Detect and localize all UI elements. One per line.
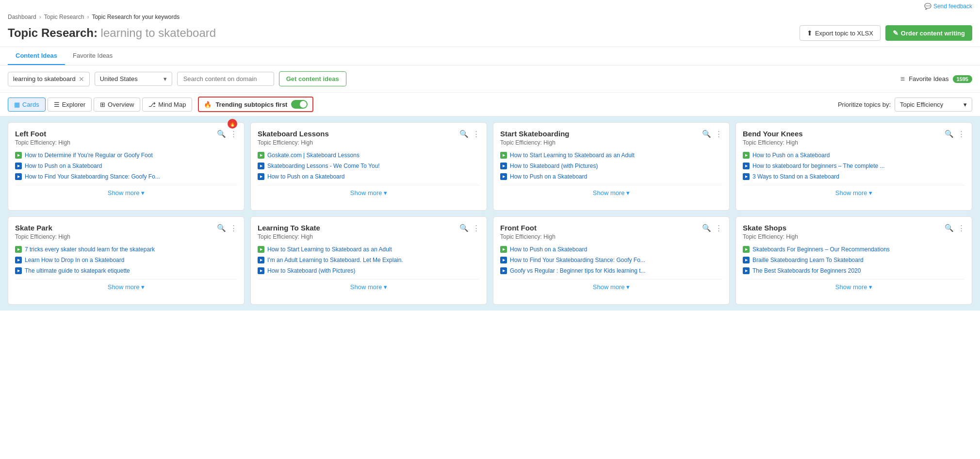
page-title-keyword: learning to skateboard	[98, 26, 216, 39]
blue-link-icon: ▶	[743, 173, 750, 180]
favorite-ideas-btn[interactable]: ≡ Favorite Ideas 1595	[900, 75, 972, 83]
link-text: Learn How to Drop In on a Skateboard	[25, 257, 124, 263]
card-link-item[interactable]: ▶ How to Skateboard (with Pictures)	[500, 163, 722, 169]
card-link-item[interactable]: ▶ How to Push on a Skateboard	[500, 246, 722, 253]
card-link-item[interactable]: ▶ How to Push on a Skateboard	[500, 173, 722, 180]
breadcrumb-dashboard[interactable]: Dashboard	[8, 14, 36, 20]
show-more-btn[interactable]: Show more ▾	[258, 279, 480, 291]
show-more-btn[interactable]: Show more ▾	[15, 185, 237, 197]
send-feedback-link[interactable]: 💬 Send feedback	[924, 3, 972, 10]
view-mindmap-button[interactable]: ⎇ Mind Map	[142, 98, 192, 112]
country-select[interactable]: United States ▾	[95, 72, 172, 86]
blue-link-icon: ▶	[258, 267, 264, 274]
card-link-item[interactable]: ▶ How to Skateboard (with Pictures)	[258, 267, 480, 274]
link-text: 7 tricks every skater should learn for t…	[25, 246, 155, 253]
show-more-btn[interactable]: Show more ▾	[743, 279, 965, 291]
card-link-item[interactable]: ▶ How to Start Learning to Skateboard as…	[500, 152, 722, 159]
card-link-item[interactable]: ▶ The ultimate guide to skatepark etique…	[15, 267, 237, 274]
favorite-count-badge: 1595	[953, 75, 972, 83]
show-more-btn[interactable]: Show more ▾	[500, 279, 722, 291]
prioritize-select[interactable]: Topic Efficiency ▾	[895, 98, 972, 112]
card-link-item[interactable]: ▶ How to Find Your Skateboarding Stance:…	[500, 257, 722, 263]
tab-favorite-ideas[interactable]: Favorite Ideas	[65, 47, 120, 65]
link-text: Goofy vs Regular : Beginner tips for Kid…	[510, 267, 645, 274]
order-writing-button[interactable]: ✎ Order content writing	[885, 25, 972, 41]
green-link-icon: ▶	[500, 246, 507, 253]
card-title: Skate Park	[15, 224, 217, 232]
link-text: How to Find Your Skateboarding Stance: G…	[25, 173, 160, 180]
card-link-item[interactable]: ▶ How to skateboard for beginners – The …	[743, 163, 965, 169]
card-link-item[interactable]: ▶ How to Push on a Skateboard	[15, 163, 237, 169]
more-icon[interactable]: ⋮	[230, 224, 237, 232]
card-link-item[interactable]: ▶ Braille Skateboarding Learn To Skatebo…	[743, 257, 965, 263]
card-link-item[interactable]: ▶ How to Push on a Skateboard	[258, 173, 480, 180]
search-icon[interactable]: 🔍	[217, 130, 226, 138]
trending-toggle[interactable]	[291, 100, 308, 109]
search-icon[interactable]: 🔍	[945, 224, 954, 232]
card-link-item[interactable]: ▶ Skateboards For Beginners – Our Recomm…	[743, 246, 965, 253]
card-link-item[interactable]: ▶ Learn How to Drop In on a Skateboard	[15, 257, 237, 263]
remove-keyword-icon[interactable]: ✕	[79, 75, 84, 83]
more-icon[interactable]: ⋮	[473, 224, 480, 232]
more-icon[interactable]: ⋮	[473, 130, 480, 138]
search-icon[interactable]: 🔍	[702, 224, 711, 232]
link-text: Skateboards For Beginners – Our Recommen…	[752, 246, 890, 253]
card-link-item[interactable]: ▶ How to Push on a Skateboard	[743, 152, 965, 159]
card-links-list: ▶ How to Start Learning to Skateboard as…	[500, 152, 722, 180]
card-link-item[interactable]: ▶ Goofy vs Regular : Beginner tips for K…	[500, 267, 722, 274]
more-icon[interactable]: ⋮	[958, 130, 965, 138]
card-link-item[interactable]: ▶ 3 Ways to Stand on a Skateboard	[743, 173, 965, 180]
more-icon[interactable]: ⋮	[715, 130, 722, 138]
search-icon[interactable]: 🔍	[459, 130, 469, 138]
view-explorer-button[interactable]: ☰ Explorer	[48, 98, 92, 112]
card-link-item[interactable]: ▶ 7 tricks every skater should learn for…	[15, 246, 237, 253]
card-link-item[interactable]: ▶ How to Determine if You're Regular or …	[15, 152, 237, 159]
view-cards-button[interactable]: ▦ Cards	[8, 98, 46, 112]
show-more-btn[interactable]: Show more ▾	[500, 185, 722, 197]
card-link-item[interactable]: ▶ Skateboarding Lessons - We Come To You…	[258, 163, 480, 169]
view-overview-button[interactable]: ⊞ Overview	[94, 98, 140, 112]
link-text: How to Determine if You're Regular or Go…	[25, 152, 153, 159]
green-link-icon: ▶	[500, 152, 507, 159]
search-icon[interactable]: 🔍	[459, 224, 469, 232]
card-link-item[interactable]: ▶ How to Find Your Skateboarding Stance:…	[15, 173, 237, 180]
search-icon[interactable]: 🔍	[217, 224, 226, 232]
order-icon: ✎	[893, 29, 898, 37]
more-icon[interactable]: ⋮	[715, 224, 722, 232]
export-xlsx-button[interactable]: ⬆ Export topic to XLSX	[800, 25, 881, 41]
card-header: Skate Shops 🔍 ⋮	[743, 224, 965, 232]
link-text: How to Push on a Skateboard	[510, 246, 587, 253]
breadcrumb: Dashboard › Topic Research › Topic Resea…	[0, 11, 980, 22]
card-front-foot: Front Foot 🔍 ⋮ Topic Efficiency: High ▶ …	[493, 216, 730, 305]
card-link-item[interactable]: ▶ How to Start Learning to Skateboard as…	[258, 246, 480, 253]
card-left-foot: 🔥 Left Foot 🔍 ⋮ Topic Efficiency: High ▶…	[8, 122, 245, 211]
tab-content-ideas[interactable]: Content Ideas	[8, 47, 65, 65]
green-link-icon: ▶	[743, 152, 750, 159]
breadcrumb-sep1: ›	[39, 14, 41, 20]
tab-content-ideas-label: Content Ideas	[16, 52, 57, 59]
search-domain-input[interactable]	[177, 72, 274, 86]
overview-label: Overview	[108, 101, 134, 108]
breadcrumb-topic-research[interactable]: Topic Research	[44, 14, 84, 20]
blue-link-icon: ▶	[743, 257, 750, 263]
view-controls: ▦ Cards ☰ Explorer ⊞ Overview ⎇ Mind Map…	[0, 93, 980, 116]
get-content-ideas-button[interactable]: Get content ideas	[279, 71, 346, 86]
card-links-list: ▶ How to Start Learning to Skateboard as…	[258, 246, 480, 274]
show-more-btn[interactable]: Show more ▾	[258, 185, 480, 197]
card-action-icons: 🔍 ⋮	[945, 224, 965, 232]
header-actions: ⬆ Export topic to XLSX ✎ Order content w…	[800, 25, 972, 41]
show-more-btn[interactable]: Show more ▾	[15, 279, 237, 291]
card-link-item[interactable]: ▶ The Best Skateboards for Beginners 202…	[743, 267, 965, 274]
breadcrumb-sep2: ›	[87, 14, 89, 20]
show-more-btn[interactable]: Show more ▾	[743, 185, 965, 197]
search-icon[interactable]: 🔍	[945, 130, 954, 138]
order-label: Order content writing	[901, 30, 965, 37]
more-icon[interactable]: ⋮	[958, 224, 965, 232]
card-title: Learning To Skate	[258, 224, 459, 232]
search-icon[interactable]: 🔍	[702, 130, 711, 138]
trending-box: 🔥 Trending subtopics first	[198, 97, 313, 112]
card-links-list: ▶ How to Push on a Skateboard ▶ How to s…	[743, 152, 965, 180]
more-icon[interactable]: ⋮	[230, 130, 237, 138]
card-link-item[interactable]: ▶ I'm an Adult Learning to Skateboard. L…	[258, 257, 480, 263]
card-link-item[interactable]: ▶ Goskate.com | Skateboard Lessons	[258, 152, 480, 159]
